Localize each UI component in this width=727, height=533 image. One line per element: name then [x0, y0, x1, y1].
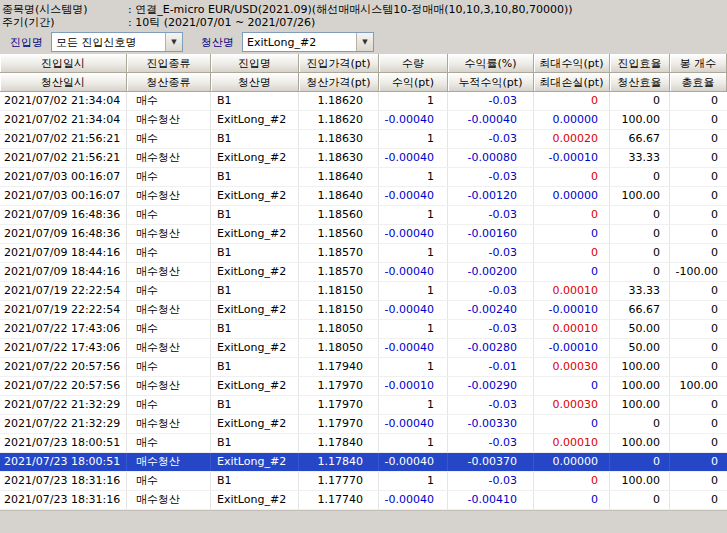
table-cell: -0.00290: [448, 377, 534, 395]
column-header[interactable]: 최대손실(pt): [534, 73, 610, 92]
column-header[interactable]: 수량: [379, 54, 448, 73]
table-cell: 100.00: [610, 111, 670, 129]
table-cell: 0: [534, 168, 610, 186]
column-header[interactable]: 진입효율: [610, 54, 670, 73]
table-cell: 1.17770: [299, 472, 379, 490]
exit-signal-dropdown[interactable]: ExitLong_#2 ▼: [242, 32, 374, 52]
table-cell: 매수청산: [127, 453, 211, 471]
table-cell: 매수: [127, 358, 211, 376]
table-cell: 2021/07/02 21:56:21: [0, 149, 127, 167]
column-header[interactable]: 청산일시: [0, 73, 127, 92]
table-cell: 0: [670, 434, 727, 452]
column-header[interactable]: 최대수익(pt): [534, 54, 610, 73]
table-cell: 매수: [127, 130, 211, 148]
table-cell: 매수: [127, 168, 211, 186]
trade-table-body: 2021/07/02 21:34:04매수B11.186201-0.030002…: [0, 92, 727, 510]
column-header[interactable]: 진입일시: [0, 54, 127, 73]
table-row[interactable]: 2021/07/22 21:32:29매수청산ExitLong_#21.1797…: [0, 415, 727, 434]
column-header[interactable]: 진입명: [211, 54, 299, 73]
table-row[interactable]: 2021/07/02 21:56:21매수청산ExitLong_#21.1863…: [0, 149, 727, 168]
table-cell: 0.00010: [534, 320, 610, 338]
table-cell: 매수: [127, 206, 211, 224]
table-row[interactable]: 2021/07/22 20:57:56매수B11.179401-0.010.00…: [0, 358, 727, 377]
table-cell: 1: [379, 206, 448, 224]
table-cell: 1: [379, 320, 448, 338]
table-row[interactable]: 2021/07/02 21:56:21매수B11.186301-0.030.00…: [0, 130, 727, 149]
column-header[interactable]: 누적수익(pt): [448, 73, 534, 92]
table-cell: 0: [670, 149, 727, 167]
table-cell: 2021/07/19 22:22:54: [0, 282, 127, 300]
column-header[interactable]: 청산가격(pt): [299, 73, 379, 92]
table-cell: -0.00040: [379, 301, 448, 319]
table-cell: 1: [379, 244, 448, 262]
table-row[interactable]: 2021/07/22 17:43:06매수청산ExitLong_#21.1805…: [0, 339, 727, 358]
table-cell: 66.67: [610, 301, 670, 319]
table-cell: -0.00370: [448, 453, 534, 471]
column-header[interactable]: 총효율: [670, 73, 727, 92]
table-row[interactable]: 2021/07/02 21:34:04매수B11.186201-0.03000: [0, 92, 727, 111]
column-header[interactable]: 진입가격(pt): [299, 54, 379, 73]
table-row[interactable]: 2021/07/09 16:48:36매수청산ExitLong_#21.1856…: [0, 225, 727, 244]
chevron-down-icon[interactable]: ▼: [165, 33, 182, 51]
table-cell: 0: [670, 358, 727, 376]
table-row[interactable]: 2021/07/22 20:57:56매수청산ExitLong_#21.1797…: [0, 377, 727, 396]
column-header[interactable]: 봉 개수: [670, 54, 727, 73]
table-cell: 2021/07/23 18:00:51: [0, 434, 127, 452]
table-cell: 1.17840: [299, 453, 379, 471]
column-header[interactable]: 청산종류: [127, 73, 211, 92]
table-row[interactable]: 2021/07/02 21:34:04매수청산ExitLong_#21.1862…: [0, 111, 727, 130]
table-cell: 0: [670, 415, 727, 433]
entry-signal-dropdown[interactable]: 모든 진입신호명 ▼: [51, 32, 183, 52]
table-cell: ExitLong_#2: [211, 111, 299, 129]
table-cell: ExitLong_#2: [211, 301, 299, 319]
table-cell: -0.03: [448, 244, 534, 262]
table-row[interactable]: 2021/07/09 18:44:16매수청산ExitLong_#21.1857…: [0, 263, 727, 282]
table-row[interactable]: 2021/07/22 17:43:06매수B11.180501-0.030.00…: [0, 320, 727, 339]
table-cell: 1.18630: [299, 149, 379, 167]
column-header[interactable]: 진입종류: [127, 54, 211, 73]
table-cell: 0: [670, 339, 727, 357]
table-cell: ExitLong_#2: [211, 491, 299, 509]
column-header[interactable]: 수익률(%): [448, 54, 534, 73]
table-cell: -0.00120: [448, 187, 534, 205]
table-cell: -0.03: [448, 206, 534, 224]
table-cell: 0: [534, 244, 610, 262]
table-row[interactable]: 2021/07/19 22:22:54매수B11.181501-0.030.00…: [0, 282, 727, 301]
chevron-down-icon[interactable]: ▼: [356, 33, 373, 51]
table-cell: 1.17940: [299, 358, 379, 376]
table-cell: 매수: [127, 396, 211, 414]
column-header[interactable]: 청산효율: [610, 73, 670, 92]
table-cell: B1: [211, 358, 299, 376]
entry-signal-selected-value: 모든 진입신호명: [52, 35, 165, 50]
table-cell: 2021/07/22 17:43:06: [0, 320, 127, 338]
table-cell: 0: [534, 225, 610, 243]
table-row[interactable]: 2021/07/23 18:31:16매수B11.177701-0.030100…: [0, 472, 727, 491]
table-row[interactable]: 2021/07/09 16:48:36매수B11.185601-0.03000: [0, 206, 727, 225]
table-row-selected[interactable]: 2021/07/23 18:00:51매수청산ExitLong_#21.1784…: [0, 453, 727, 472]
table-cell: 매수: [127, 282, 211, 300]
table-cell: -0.00010: [534, 301, 610, 319]
table-cell: 1.18560: [299, 206, 379, 224]
table-row[interactable]: 2021/07/03 00:16:07매수청산ExitLong_#21.1864…: [0, 187, 727, 206]
table-row[interactable]: 2021/07/22 21:32:29매수B11.179701-0.030.00…: [0, 396, 727, 415]
table-cell: 0.00020: [534, 130, 610, 148]
table-cell: 0: [670, 92, 727, 110]
table-cell: 1.18620: [299, 111, 379, 129]
table-cell: 2021/07/23 18:31:16: [0, 491, 127, 509]
table-cell: 0: [534, 491, 610, 509]
column-header[interactable]: 수익(pt): [379, 73, 448, 92]
table-row[interactable]: 2021/07/23 18:31:16매수청산ExitLong_#21.1774…: [0, 491, 727, 510]
table-row[interactable]: 2021/07/19 22:22:54매수청산ExitLong_#21.1815…: [0, 301, 727, 320]
table-cell: 2021/07/02 21:56:21: [0, 130, 127, 148]
table-cell: -0.00040: [379, 111, 448, 129]
table-cell: B1: [211, 472, 299, 490]
table-cell: -0.00040: [448, 111, 534, 129]
table-cell: 0.00000: [534, 453, 610, 471]
table-row[interactable]: 2021/07/03 00:16:07매수B11.186401-0.03000: [0, 168, 727, 187]
table-cell: 1.18570: [299, 263, 379, 281]
table-cell: 100.00: [610, 358, 670, 376]
table-row[interactable]: 2021/07/23 18:00:51매수B11.178401-0.030.00…: [0, 434, 727, 453]
table-cell: B1: [211, 320, 299, 338]
column-header[interactable]: 청산명: [211, 73, 299, 92]
table-row[interactable]: 2021/07/09 18:44:16매수B11.185701-0.03000: [0, 244, 727, 263]
